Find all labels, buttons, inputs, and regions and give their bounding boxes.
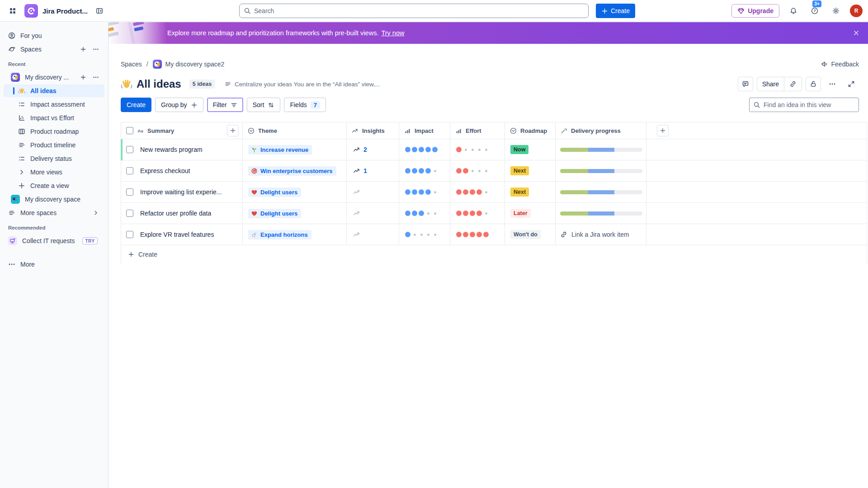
global-search-input[interactable] bbox=[239, 4, 589, 18]
insights-cell[interactable] bbox=[347, 224, 399, 245]
find-idea-input[interactable] bbox=[749, 98, 859, 112]
impact-cell[interactable] bbox=[399, 160, 450, 182]
roadmap-cell[interactable]: Now bbox=[505, 139, 556, 160]
sidebar-view-delivery-status[interactable]: Delivery status bbox=[4, 152, 104, 165]
fields-button[interactable]: Fields 7 bbox=[284, 98, 326, 112]
sidebar-view-impact-vs-effort[interactable]: Impact vs Effort bbox=[4, 112, 104, 124]
theme-cell[interactable]: Win enterprise customers bbox=[243, 160, 347, 182]
roadmap-cell[interactable]: Next bbox=[505, 182, 556, 203]
row-checkbox[interactable] bbox=[126, 210, 133, 217]
add-field-button[interactable] bbox=[227, 125, 239, 136]
filter-button[interactable]: Filter bbox=[207, 98, 243, 112]
fullscreen-button[interactable] bbox=[844, 77, 859, 91]
row-checkbox[interactable] bbox=[126, 146, 133, 153]
impact-cell[interactable] bbox=[399, 139, 450, 160]
impact-cell[interactable] bbox=[399, 182, 450, 203]
notifications-button[interactable] bbox=[786, 4, 801, 18]
jira-product-discovery-logo[interactable] bbox=[24, 4, 38, 18]
theme-cell[interactable]: Expand horizons bbox=[243, 224, 347, 245]
insights-cell[interactable] bbox=[347, 203, 399, 224]
theme-chip[interactable]: Delight users bbox=[248, 209, 301, 218]
effort-cell[interactable] bbox=[450, 224, 505, 245]
roadmap-badge[interactable]: Now bbox=[510, 145, 528, 154]
select-all-checkbox[interactable] bbox=[126, 127, 133, 134]
column-header-impact[interactable]: Impact bbox=[399, 122, 450, 139]
insights-cell[interactable]: 1 bbox=[347, 160, 399, 182]
upgrade-button[interactable]: Upgrade bbox=[731, 4, 779, 18]
copy-link-button[interactable] bbox=[784, 77, 802, 91]
breadcrumb-current-space[interactable]: My discovery space2 bbox=[153, 60, 225, 69]
view-more-actions-button[interactable] bbox=[825, 77, 840, 91]
column-header-delivery-progress[interactable]: Delivery progress bbox=[556, 122, 646, 139]
banner-try-now-link[interactable]: Try now bbox=[381, 29, 404, 37]
add-column-button[interactable] bbox=[657, 125, 669, 136]
sidebar-view-all-ideas[interactable]: All ideas bbox=[4, 84, 104, 97]
theme-cell[interactable]: Increase revenue bbox=[243, 139, 347, 160]
app-switcher-button[interactable] bbox=[5, 4, 20, 18]
create-idea-button[interactable]: Create bbox=[121, 98, 151, 112]
theme-chip[interactable]: Delight users bbox=[248, 188, 301, 197]
row-checkbox[interactable] bbox=[126, 188, 133, 196]
column-header-theme[interactable]: Theme bbox=[243, 122, 347, 139]
breadcrumb-spaces[interactable]: Spaces bbox=[121, 61, 142, 68]
sidebar-space-my-discovery[interactable]: My discovery ... bbox=[4, 71, 104, 84]
summary-cell[interactable]: Improve waiting list experie... bbox=[121, 182, 243, 203]
collapse-sidebar-button[interactable] bbox=[92, 4, 107, 18]
sidebar-item-more-views[interactable]: More views bbox=[4, 166, 104, 178]
column-header-summary[interactable]: Aa Summary bbox=[121, 122, 243, 139]
column-header-effort[interactable]: Effort bbox=[450, 122, 505, 139]
roadmap-badge[interactable]: Next bbox=[510, 188, 529, 197]
delivery-progress-cell[interactable]: Link a Jira work item bbox=[556, 224, 646, 245]
sort-button[interactable]: Sort bbox=[247, 98, 281, 112]
sidebar-item-more-spaces[interactable]: More spaces bbox=[4, 206, 104, 219]
global-create-button[interactable]: Create bbox=[596, 4, 635, 18]
sidebar-item-create-a-view[interactable]: Create a view bbox=[4, 179, 104, 192]
impact-cell[interactable] bbox=[399, 224, 450, 245]
delivery-progress-cell[interactable] bbox=[556, 203, 646, 224]
delivery-progress-cell[interactable] bbox=[556, 160, 646, 182]
sidebar-space-my-discovery-space[interactable]: My discovery space bbox=[4, 193, 104, 206]
sidebar-item-more[interactable]: More bbox=[4, 258, 104, 271]
feedback-button[interactable]: Feedback bbox=[821, 61, 859, 68]
column-header-insights[interactable]: Insights bbox=[347, 122, 399, 139]
add-view-icon[interactable] bbox=[80, 74, 86, 80]
theme-chip[interactable]: Increase revenue bbox=[248, 145, 312, 155]
sidebar-item-for-you[interactable]: For you bbox=[4, 29, 104, 42]
sidebar-view-impact-assessment[interactable]: Impact assessment bbox=[4, 98, 104, 111]
user-avatar[interactable]: R bbox=[850, 5, 863, 17]
spaces-more-icon[interactable] bbox=[93, 46, 99, 52]
comments-button[interactable] bbox=[738, 77, 753, 91]
effort-cell[interactable] bbox=[450, 182, 505, 203]
theme-chip[interactable]: Win enterprise customers bbox=[248, 166, 336, 176]
space-more-icon[interactable] bbox=[93, 74, 99, 80]
effort-cell[interactable] bbox=[450, 139, 505, 160]
roadmap-cell[interactable]: Next bbox=[505, 160, 556, 182]
summary-cell[interactable]: New rewards program bbox=[121, 139, 243, 160]
insights-cell[interactable] bbox=[347, 182, 399, 203]
column-header-roadmap[interactable]: Roadmap bbox=[505, 122, 556, 139]
table-create-row[interactable]: Create bbox=[121, 245, 867, 263]
sidebar-view-product-roadmap[interactable]: Product roadmap bbox=[4, 125, 104, 138]
row-checkbox[interactable] bbox=[126, 231, 133, 238]
summary-cell[interactable]: Refactor user profile data bbox=[121, 203, 243, 224]
insights-cell[interactable]: 2 bbox=[347, 139, 399, 160]
view-description[interactable]: Centralize your ideas You are in the “Al… bbox=[225, 81, 380, 88]
theme-cell[interactable]: Delight users bbox=[243, 203, 347, 224]
impact-cell[interactable] bbox=[399, 203, 450, 224]
theme-cell[interactable]: Delight users bbox=[243, 182, 347, 203]
sidebar-view-product-timeline[interactable]: Product timeline bbox=[4, 139, 104, 151]
delivery-progress-cell[interactable] bbox=[556, 182, 646, 203]
roadmap-badge[interactable]: Later bbox=[510, 209, 531, 218]
row-checkbox[interactable] bbox=[126, 167, 133, 174]
theme-chip[interactable]: Expand horizons bbox=[248, 230, 311, 239]
add-space-icon[interactable] bbox=[80, 46, 86, 52]
summary-cell[interactable]: Explore VR travel features bbox=[121, 224, 243, 245]
sidebar-item-spaces[interactable]: Spaces bbox=[4, 43, 104, 56]
effort-cell[interactable] bbox=[450, 160, 505, 182]
share-button[interactable]: Share bbox=[757, 77, 784, 91]
roadmap-cell[interactable]: Won't do bbox=[505, 224, 556, 245]
delivery-progress-cell[interactable] bbox=[556, 139, 646, 160]
roadmap-badge[interactable]: Next bbox=[510, 166, 529, 175]
access-button[interactable] bbox=[806, 77, 821, 91]
summary-cell[interactable]: Express checkout bbox=[121, 160, 243, 182]
